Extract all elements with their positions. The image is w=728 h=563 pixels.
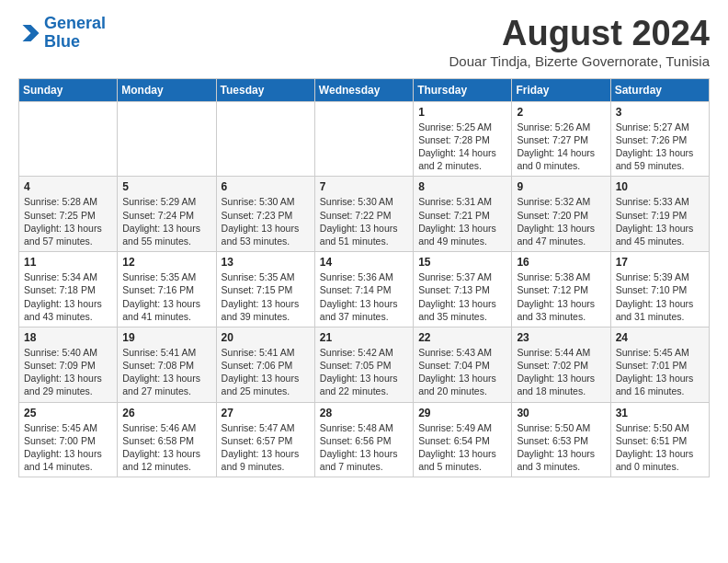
th-thursday: Thursday bbox=[414, 78, 512, 101]
calendar-cell: 27Sunrise: 5:47 AM Sunset: 6:57 PM Dayli… bbox=[216, 402, 314, 477]
day-info: Sunrise: 5:45 AM Sunset: 7:00 PM Dayligh… bbox=[24, 421, 112, 474]
day-number: 20 bbox=[222, 331, 310, 344]
day-info: Sunrise: 5:26 AM Sunset: 7:27 PM Dayligh… bbox=[517, 121, 605, 173]
calendar-cell: 8Sunrise: 5:31 AM Sunset: 7:21 PM Daylig… bbox=[414, 177, 512, 252]
calendar-cell: 29Sunrise: 5:49 AM Sunset: 6:54 PM Dayli… bbox=[414, 402, 512, 477]
calendar-body: 1Sunrise: 5:25 AM Sunset: 7:28 PM Daylig… bbox=[19, 101, 710, 477]
day-info: Sunrise: 5:43 AM Sunset: 7:04 PM Dayligh… bbox=[418, 346, 506, 398]
calendar-cell bbox=[118, 101, 216, 177]
day-info: Sunrise: 5:30 AM Sunset: 7:22 PM Dayligh… bbox=[320, 195, 408, 247]
day-number: 23 bbox=[517, 331, 605, 344]
logo-icon bbox=[18, 22, 40, 44]
day-number: 28 bbox=[320, 407, 408, 419]
day-info: Sunrise: 5:27 AM Sunset: 7:26 PM Dayligh… bbox=[616, 121, 704, 173]
day-number: 8 bbox=[418, 180, 506, 193]
day-number: 2 bbox=[517, 106, 605, 119]
logo-line2: Blue bbox=[44, 33, 106, 52]
logo: General Blue bbox=[18, 15, 106, 52]
day-number: 1 bbox=[418, 106, 506, 119]
day-number: 5 bbox=[122, 180, 210, 193]
th-tuesday: Tuesday bbox=[216, 78, 314, 101]
logo-line1: General bbox=[44, 14, 106, 32]
calendar-cell: 17Sunrise: 5:39 AM Sunset: 7:10 PM Dayli… bbox=[610, 252, 709, 327]
calendar-cell: 9Sunrise: 5:32 AM Sunset: 7:20 PM Daylig… bbox=[512, 177, 610, 252]
calendar-table: Sunday Monday Tuesday Wednesday Thursday… bbox=[18, 78, 710, 477]
day-info: Sunrise: 5:25 AM Sunset: 7:28 PM Dayligh… bbox=[418, 121, 506, 173]
calendar-cell: 25Sunrise: 5:45 AM Sunset: 7:00 PM Dayli… bbox=[19, 402, 118, 477]
day-info: Sunrise: 5:28 AM Sunset: 7:25 PM Dayligh… bbox=[24, 195, 112, 247]
calendar-cell: 11Sunrise: 5:34 AM Sunset: 7:18 PM Dayli… bbox=[19, 252, 118, 327]
day-info: Sunrise: 5:29 AM Sunset: 7:24 PM Dayligh… bbox=[122, 195, 210, 247]
day-info: Sunrise: 5:46 AM Sunset: 6:58 PM Dayligh… bbox=[122, 421, 210, 474]
calendar-cell: 7Sunrise: 5:30 AM Sunset: 7:22 PM Daylig… bbox=[314, 177, 413, 252]
day-info: Sunrise: 5:31 AM Sunset: 7:21 PM Dayligh… bbox=[418, 195, 506, 247]
day-number: 26 bbox=[122, 407, 210, 419]
day-info: Sunrise: 5:47 AM Sunset: 6:57 PM Dayligh… bbox=[222, 421, 310, 474]
day-info: Sunrise: 5:39 AM Sunset: 7:10 PM Dayligh… bbox=[616, 270, 704, 323]
th-monday: Monday bbox=[118, 78, 216, 101]
calendar-week-row: 4Sunrise: 5:28 AM Sunset: 7:25 PM Daylig… bbox=[19, 177, 710, 252]
month-year: August 2024 bbox=[449, 15, 710, 53]
calendar-cell: 12Sunrise: 5:35 AM Sunset: 7:16 PM Dayli… bbox=[118, 252, 216, 327]
calendar-cell bbox=[314, 101, 413, 177]
calendar-week-row: 18Sunrise: 5:40 AM Sunset: 7:09 PM Dayli… bbox=[19, 327, 710, 402]
day-number: 27 bbox=[222, 407, 310, 419]
logo-text: General Blue bbox=[44, 15, 106, 52]
day-info: Sunrise: 5:42 AM Sunset: 7:05 PM Dayligh… bbox=[320, 346, 408, 398]
day-number: 25 bbox=[24, 407, 112, 419]
calendar-cell: 1Sunrise: 5:25 AM Sunset: 7:28 PM Daylig… bbox=[414, 101, 512, 177]
calendar-cell bbox=[19, 101, 118, 177]
day-info: Sunrise: 5:49 AM Sunset: 6:54 PM Dayligh… bbox=[418, 421, 506, 474]
calendar-header: Sunday Monday Tuesday Wednesday Thursday… bbox=[19, 78, 710, 101]
page: General Blue August 2024 Douar Tindja, B… bbox=[0, 0, 728, 492]
calendar-cell: 19Sunrise: 5:41 AM Sunset: 7:08 PM Dayli… bbox=[118, 327, 216, 402]
day-number: 31 bbox=[616, 407, 704, 419]
day-number: 13 bbox=[222, 256, 310, 269]
day-info: Sunrise: 5:41 AM Sunset: 7:06 PM Dayligh… bbox=[222, 346, 310, 398]
day-number: 21 bbox=[320, 331, 408, 344]
svg-marker-0 bbox=[23, 25, 40, 41]
day-info: Sunrise: 5:44 AM Sunset: 7:02 PM Dayligh… bbox=[517, 346, 605, 398]
day-number: 30 bbox=[517, 407, 605, 419]
calendar-cell: 18Sunrise: 5:40 AM Sunset: 7:09 PM Dayli… bbox=[19, 327, 118, 402]
day-info: Sunrise: 5:35 AM Sunset: 7:16 PM Dayligh… bbox=[122, 270, 210, 323]
calendar-cell: 28Sunrise: 5:48 AM Sunset: 6:56 PM Dayli… bbox=[314, 402, 413, 477]
calendar-cell: 20Sunrise: 5:41 AM Sunset: 7:06 PM Dayli… bbox=[216, 327, 314, 402]
calendar-cell: 24Sunrise: 5:45 AM Sunset: 7:01 PM Dayli… bbox=[610, 327, 709, 402]
calendar-cell: 2Sunrise: 5:26 AM Sunset: 7:27 PM Daylig… bbox=[512, 101, 610, 177]
day-number: 17 bbox=[616, 256, 704, 269]
th-wednesday: Wednesday bbox=[314, 78, 413, 101]
day-info: Sunrise: 5:38 AM Sunset: 7:12 PM Dayligh… bbox=[517, 270, 605, 323]
day-number: 9 bbox=[517, 180, 605, 193]
day-info: Sunrise: 5:35 AM Sunset: 7:15 PM Dayligh… bbox=[222, 270, 310, 323]
calendar-cell: 31Sunrise: 5:50 AM Sunset: 6:51 PM Dayli… bbox=[610, 402, 709, 477]
day-info: Sunrise: 5:41 AM Sunset: 7:08 PM Dayligh… bbox=[122, 346, 210, 398]
day-number: 16 bbox=[517, 256, 605, 269]
calendar-cell: 4Sunrise: 5:28 AM Sunset: 7:25 PM Daylig… bbox=[19, 177, 118, 252]
calendar-cell: 30Sunrise: 5:50 AM Sunset: 6:53 PM Dayli… bbox=[512, 402, 610, 477]
weekday-header-row: Sunday Monday Tuesday Wednesday Thursday… bbox=[19, 78, 710, 101]
day-number: 4 bbox=[24, 180, 112, 193]
calendar-cell: 26Sunrise: 5:46 AM Sunset: 6:58 PM Dayli… bbox=[118, 402, 216, 477]
day-number: 12 bbox=[122, 256, 210, 269]
calendar-cell: 16Sunrise: 5:38 AM Sunset: 7:12 PM Dayli… bbox=[512, 252, 610, 327]
location: Douar Tindja, Bizerte Governorate, Tunis… bbox=[449, 53, 710, 69]
day-number: 19 bbox=[122, 331, 210, 344]
day-number: 7 bbox=[320, 180, 408, 193]
day-number: 22 bbox=[418, 331, 506, 344]
th-sunday: Sunday bbox=[19, 78, 118, 101]
calendar-cell: 10Sunrise: 5:33 AM Sunset: 7:19 PM Dayli… bbox=[610, 177, 709, 252]
title-block: August 2024 Douar Tindja, Bizerte Govern… bbox=[449, 15, 710, 69]
day-number: 6 bbox=[222, 180, 310, 193]
calendar-cell: 6Sunrise: 5:30 AM Sunset: 7:23 PM Daylig… bbox=[216, 177, 314, 252]
calendar-cell: 3Sunrise: 5:27 AM Sunset: 7:26 PM Daylig… bbox=[610, 101, 709, 177]
day-number: 18 bbox=[24, 331, 112, 344]
th-friday: Friday bbox=[512, 78, 610, 101]
calendar-cell: 5Sunrise: 5:29 AM Sunset: 7:24 PM Daylig… bbox=[118, 177, 216, 252]
day-number: 29 bbox=[418, 407, 506, 419]
calendar-cell: 14Sunrise: 5:36 AM Sunset: 7:14 PM Dayli… bbox=[314, 252, 413, 327]
calendar-cell: 13Sunrise: 5:35 AM Sunset: 7:15 PM Dayli… bbox=[216, 252, 314, 327]
day-info: Sunrise: 5:48 AM Sunset: 6:56 PM Dayligh… bbox=[320, 421, 408, 474]
day-number: 24 bbox=[616, 331, 704, 344]
th-saturday: Saturday bbox=[610, 78, 709, 101]
